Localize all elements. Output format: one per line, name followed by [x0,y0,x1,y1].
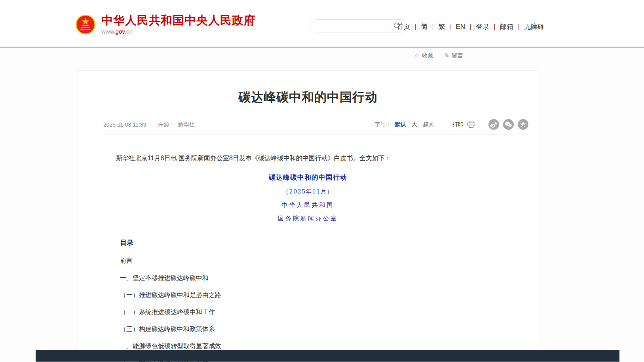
document-date: （2025年11月） [103,188,513,195]
message-link[interactable]: ✎ 留言 [444,52,463,59]
vertical-separator [446,121,446,127]
vertical-separator [482,121,482,127]
meta-right: 字号： 默认 大 超大 打印 [374,119,528,130]
site-url-www: www. [101,28,116,35]
toc-item: 一、坚定不移推进碳达峰碳中和 [120,274,513,282]
document-issuer-country: 中华人民共和国 [103,201,513,209]
share-weibo-button[interactable] [488,119,499,130]
top-nav: 首页 简 繁 EN 登录 邮箱 无障碍 [391,22,544,31]
footer-top-strip [36,350,619,362]
site-url: www.gov.cn [101,28,256,35]
gov-home-logo-link[interactable]: 中华人民共和国中央人民政府 www.gov.cn [75,14,256,35]
star-share-icon [518,119,528,130]
document-header: 碳达峰碳中和的中国行动 （2025年11月） 中华人民共和国 国务院新闻办公室 [103,173,513,222]
nav-simplified[interactable]: 简 [416,22,433,31]
nav-home[interactable]: 首页 [391,22,415,31]
font-size-xlarge[interactable]: 超大 [423,121,434,128]
document-issuer-office: 国务院新闻办公室 [103,215,513,222]
toc-item: 前言 [120,257,513,264]
article-body: 新华社北京11月8日电 国务院新闻办公室8日发布《碳达峰碳中和的中国行动》白皮书… [78,153,538,362]
lead-paragraph: 新华社北京11月8日电 国务院新闻办公室8日发布《碳达峰碳中和的中国行动》白皮书… [103,153,513,163]
share-wechat-button[interactable] [503,119,514,130]
nav-mail[interactable]: 邮箱 [495,22,519,31]
print-button[interactable]: 打印 [452,121,475,128]
header-inner: 中华人民共和国中央人民政府 www.gov.cn 首页 简 繁 EN 登录 [75,0,544,47]
nav-traditional[interactable]: 繁 [433,22,450,31]
document-title: 碳达峰碳中和的中国行动 [103,173,513,182]
quick-actions: ☆ 收藏 ✎ 留言 [414,52,463,59]
toc-item: （三）构建碳达峰碳中和政策体系 [120,325,513,333]
favorite-link[interactable]: ☆ 收藏 [414,52,433,59]
toc-section: 目录 前言 一、坚定不移推进碳达峰碳中和 （一）推进碳达峰碳中和是必由之路 （二… [120,238,513,362]
article-meta-row: 2025-11-08 11:39 来源： 新华社 字号： 默认 大 超大 打印 [103,119,528,135]
meta-left: 2025-11-08 11:39 来源： 新华社 [103,121,194,128]
star-outline-icon: ☆ [414,53,420,59]
nav-english[interactable]: EN [450,23,470,31]
search-input[interactable] [310,20,393,32]
article-card: 碳达峰碳中和的中国行动 2025-11-08 11:39 来源： 新华社 字号：… [78,70,538,362]
header-divider-line [0,47,644,47]
site-url-cn: .cn [125,28,133,35]
logo-text: 中华人民共和国中央人民政府 www.gov.cn [101,14,256,35]
publish-time: 2025-11-08 11:39 [103,121,146,128]
font-size-default[interactable]: 默认 [395,121,406,128]
toc-item: （一）推进碳达峰碳中和是必由之路 [120,291,513,299]
message-label: 留言 [452,52,463,59]
font-size-large[interactable]: 大 [412,121,417,128]
toc-item: （二）系统推进碳达峰碳中和工作 [120,308,513,316]
favorite-label: 收藏 [422,52,433,59]
weibo-icon [488,119,499,130]
font-size-label: 字号： [374,121,391,128]
article-title: 碳达峰碳中和的中国行动 [78,89,538,106]
site-url-gov: gov [116,28,125,35]
source: 来源： 新华社 [158,121,194,128]
toc-heading: 目录 [120,238,513,247]
site-header: 中华人民共和国中央人民政府 www.gov.cn 首页 简 繁 EN 登录 [0,0,644,47]
share-group [488,119,528,130]
wechat-icon [503,119,514,130]
toc-list: 前言 一、坚定不移推进碳达峰碳中和 （一）推进碳达峰碳中和是必由之路 （二）系统… [120,257,513,362]
nav-accessibility[interactable]: 无障碍 [519,22,544,31]
pencil-icon: ✎ [444,53,449,59]
national-emblem-icon [75,14,96,35]
source-label: 来源： [158,121,175,128]
printer-icon [467,121,475,128]
site-title: 中华人民共和国中央人民政府 [101,14,256,27]
share-more-button[interactable] [518,119,528,130]
print-label: 打印 [452,121,464,128]
nav-login[interactable]: 登录 [471,22,494,31]
toc-item: 二、能源绿色低碳转型取得显著成效 [120,342,513,350]
source-name: 新华社 [178,121,194,128]
